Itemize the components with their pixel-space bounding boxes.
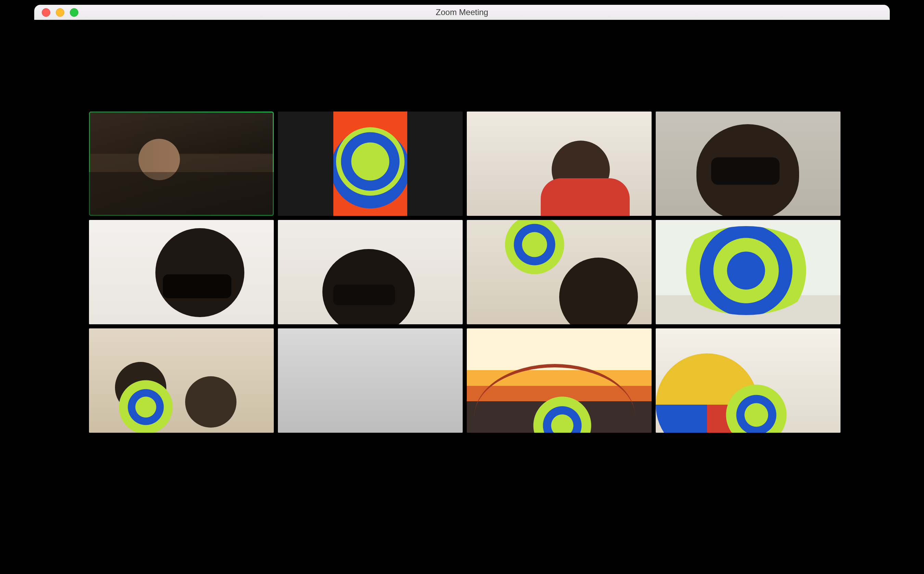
video-tile[interactable] <box>656 112 840 216</box>
video-tile[interactable] <box>467 328 652 433</box>
video-tile[interactable] <box>656 220 840 324</box>
zoom-meeting-window: Zoom Meeting <box>34 5 890 569</box>
video-tile[interactable] <box>467 112 652 216</box>
video-tile[interactable] <box>89 328 274 433</box>
video-tile[interactable] <box>656 328 840 433</box>
video-tile[interactable] <box>278 328 463 433</box>
video-tile[interactable] <box>278 112 463 216</box>
desktop-background: Zoom Meeting <box>0 0 924 574</box>
video-tile[interactable] <box>467 220 652 324</box>
window-controls <box>42 8 78 17</box>
fullscreen-window-button[interactable] <box>70 8 78 17</box>
window-title: Zoom Meeting <box>34 8 890 17</box>
video-tile[interactable] <box>89 220 274 324</box>
window-titlebar[interactable]: Zoom Meeting <box>34 5 890 20</box>
close-window-button[interactable] <box>42 8 50 17</box>
minimize-window-button[interactable] <box>56 8 64 17</box>
craft-prop-icon <box>722 381 791 433</box>
meeting-area <box>34 20 890 569</box>
video-tile[interactable] <box>89 112 274 216</box>
gallery-view-grid <box>89 112 835 433</box>
craft-prop-icon <box>530 393 595 433</box>
video-tile[interactable] <box>278 220 463 324</box>
craft-prop-icon <box>115 376 177 433</box>
